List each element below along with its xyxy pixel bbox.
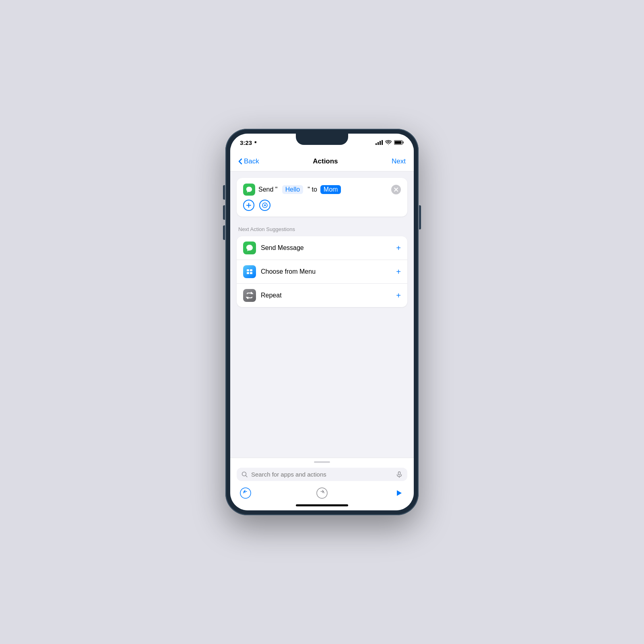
svg-rect-9 [250,269,252,271]
redo-button[interactable] [316,487,328,500]
repeat-icon [243,289,256,302]
close-icon [394,187,398,192]
choose-menu-label: Choose from Menu [261,268,396,275]
redo-icon [316,487,328,499]
status-icons [376,140,404,145]
svg-rect-2 [380,141,381,145]
svg-rect-11 [250,272,252,274]
send-message-label: Send Message [261,244,396,252]
send-message-icon [243,242,256,254]
microphone-icon[interactable] [396,471,402,478]
bottom-sheet [230,458,414,510]
message-icon [246,244,254,252]
svg-point-16 [317,488,327,498]
back-button[interactable]: Back [238,157,259,165]
status-bar: 3:23 [230,134,414,151]
sheet-handle [314,461,330,463]
add-send-message-button[interactable]: + [396,244,401,253]
to-text: " to [306,186,317,193]
action-card-actions [243,200,401,211]
suggestions-label: Next Action Suggestions [237,226,407,232]
main-content: Send " Hello " to Mom [230,171,414,458]
svg-rect-0 [376,143,377,145]
svg-rect-5 [403,142,404,144]
action-card: Send " Hello " to Mom [237,178,407,217]
svg-rect-6 [395,141,402,144]
messages-app-icon [243,184,255,196]
status-time: 3:23 [240,139,258,146]
next-button[interactable]: Next [392,157,406,165]
search-bar[interactable] [237,468,407,481]
add-choose-menu-button[interactable]: + [396,267,401,277]
notch [296,134,348,145]
suggestion-repeat[interactable]: Repeat + [237,284,407,307]
clear-button[interactable] [391,185,401,194]
wifi-icon [385,140,392,145]
phone-frame: 3:23 [225,129,419,515]
plus-icon [246,203,251,208]
undo-button[interactable] [240,487,251,500]
nav-bar: Back Actions Next [230,151,414,171]
suggestions-list: Send Message + Choose from Menu + [237,236,407,307]
play-icon [393,487,404,499]
arrow-circle-icon [262,202,268,208]
hello-token[interactable]: Hello [282,185,303,194]
repeat-label: Repeat [261,292,396,299]
toolbar [237,486,407,502]
run-button[interactable] [393,487,404,500]
suggestion-send-message[interactable]: Send Message + [237,236,407,260]
recipient-token[interactable]: Mom [320,185,341,194]
back-chevron-icon [238,158,242,165]
svg-rect-10 [247,272,249,274]
svg-rect-8 [247,269,249,271]
phone-screen: 3:23 [230,134,414,510]
svg-rect-13 [398,472,400,475]
action-card-row: Send " Hello " to Mom [243,184,401,196]
suggestion-choose-menu[interactable]: Choose from Menu + [237,260,407,284]
choose-menu-icon [243,265,256,278]
battery-icon [394,140,404,145]
search-input[interactable] [251,471,393,478]
add-repeat-button[interactable]: + [396,291,401,300]
search-icon [242,471,248,478]
repeat-arrows-icon [246,291,254,299]
location-icon [254,140,258,144]
menu-grid-icon [246,268,254,276]
undo-icon [240,487,251,499]
nav-title: Actions [313,157,338,165]
home-indicator [296,504,348,506]
message-bubble-icon [246,186,253,193]
svg-point-15 [240,488,251,498]
send-text: Send " [258,186,279,193]
add-button[interactable] [243,200,254,211]
svg-rect-3 [382,140,383,145]
detail-button[interactable] [259,200,270,211]
svg-rect-1 [378,142,379,145]
signal-icon [376,140,383,145]
